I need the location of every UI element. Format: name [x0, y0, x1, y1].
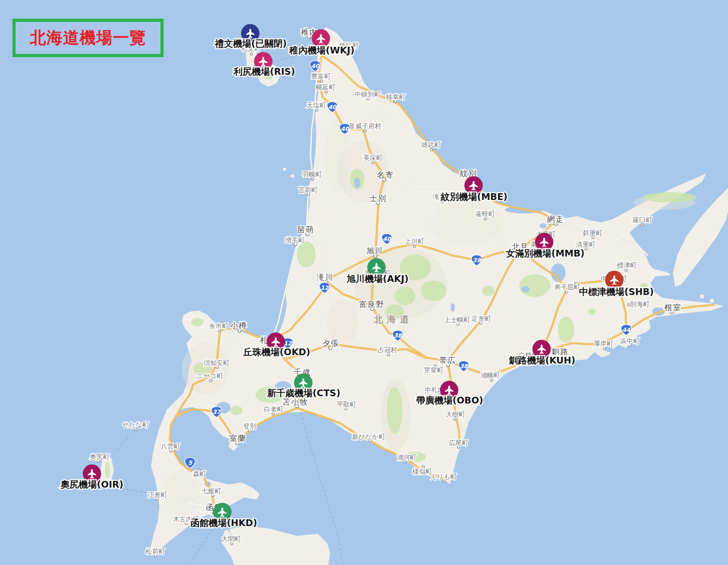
airport-label: 函館機場(HKD): [191, 518, 258, 528]
route-shield-number: 44: [622, 327, 631, 333]
town-label: 天塩町: [306, 101, 326, 109]
map-title-overlay: 北海道機場一覽: [12, 19, 164, 57]
route-shield-number: 40: [341, 126, 349, 132]
town-label: 雄武町: [421, 141, 441, 149]
town-label: 倶知安町: [204, 359, 230, 367]
lake: [451, 303, 455, 312]
hokkaido-airports-map-page: { "title": "北海道機場一覽", "map": { "region_l…: [0, 0, 728, 565]
city-label: 夕張: [322, 339, 340, 348]
town-label: 江差町: [147, 491, 167, 499]
city-label: 室蘭: [230, 434, 247, 443]
town-label: 美深町: [363, 154, 383, 162]
town-label: 新ひだか町: [352, 433, 385, 440]
route-shield-number: 37: [212, 409, 221, 415]
airport-label: 釧路機場(KUH): [508, 355, 575, 366]
route-shield-number: 38: [460, 363, 468, 370]
town-label: えりも町: [430, 473, 457, 480]
town-label: 大間町: [221, 535, 241, 543]
forest-patch: [643, 192, 697, 203]
lake: [354, 178, 360, 188]
lake: [521, 286, 530, 292]
town-label: 幌延町: [316, 83, 335, 91]
town-label: せたな町: [123, 421, 149, 428]
route-shield-number: 40: [383, 236, 392, 243]
place-dot: [454, 418, 456, 421]
forest-patch: [191, 318, 204, 326]
place-dot: [231, 543, 233, 545]
town-label: 浦河町: [397, 453, 416, 461]
place-dot: [272, 413, 275, 415]
forest-patch: [558, 317, 574, 343]
city-label: 帯広: [439, 356, 456, 365]
place-dot: [312, 178, 314, 181]
town-label: 様似町: [412, 467, 432, 475]
town-label: 八雲町: [160, 442, 180, 450]
place-dot: [249, 430, 251, 433]
town-label: 中頓別町: [355, 90, 381, 98]
place-dot: [491, 379, 493, 382]
city-label: 留萌: [298, 225, 315, 234]
place-dot: [372, 162, 374, 164]
place-dot: [625, 269, 628, 272]
town-label: 音威子府村: [349, 122, 382, 130]
town-label: 豊富町: [311, 72, 331, 80]
small-island: [283, 168, 286, 171]
city-label: 士別: [370, 194, 387, 203]
town-label: 七飯町: [201, 487, 221, 495]
airport-label: 禮文機場(已關閉): [214, 38, 287, 49]
town-label: 標津町: [616, 261, 637, 269]
forest-patch: [297, 241, 316, 267]
town-label: 羽幌町: [302, 170, 322, 178]
route-shield-number: 39: [473, 257, 481, 264]
town-label: 上士幌町: [444, 316, 470, 324]
forest-patch: [395, 287, 415, 305]
city-label: 名寄: [377, 170, 394, 180]
town-label: 羅臼町: [632, 216, 652, 224]
town-label: 枝幸町: [386, 93, 406, 101]
route-shield-number: 40: [311, 63, 320, 70]
place-dot: [430, 149, 433, 151]
forest-patch: [421, 280, 447, 301]
town-label: 森町: [193, 470, 207, 478]
town-label: 上川町: [405, 237, 424, 245]
place-dot: [219, 330, 221, 332]
forest-patch: [105, 462, 110, 478]
terrain-patch: [431, 203, 504, 244]
place-dot: [387, 354, 390, 356]
airport-label: 紋別機場(MBE): [440, 192, 508, 202]
region-label: 北海道: [374, 314, 413, 325]
town-label: 清里町: [576, 240, 596, 248]
place-dot: [320, 80, 323, 83]
hokkaido-map-svg[interactable]: 猿払村礼文町豊富町幌延町中頓別町枝幸町天塩町音威子府村雄武町美深町羽幌町苫前町増…: [0, 0, 728, 565]
town-label: 白老町: [264, 405, 284, 413]
airport-label: 稚內機場(WKJ): [289, 45, 354, 56]
airport-label: 帶廣機場(OBO): [416, 395, 483, 406]
town-label: ニセコ町: [197, 372, 223, 380]
city-label: 根室: [665, 303, 682, 312]
place-dot: [603, 347, 606, 350]
map-canvas[interactable]: 猿払村礼文町豊富町幌延町中頓別町枝幸町天塩町音威子府村雄武町美深町羽幌町苫前町増…: [0, 0, 728, 565]
small-island: [291, 174, 294, 178]
route-shield-number: 5: [188, 460, 193, 466]
town-label: 斜里町: [582, 229, 602, 237]
map-title-text: 北海道機場一覽: [30, 27, 146, 49]
lake: [540, 223, 547, 228]
town-label: 遠軽町: [475, 210, 495, 218]
town-label: 苫前町: [298, 186, 318, 194]
place-dot: [364, 130, 367, 132]
route-shield-number: 12: [320, 285, 329, 291]
place-dot: [210, 380, 212, 382]
city-label: 小樽: [230, 321, 248, 330]
town-label: 浜中町: [620, 337, 640, 345]
place-dot: [325, 91, 328, 93]
town-label: 登別: [244, 422, 257, 430]
route-shield-number: 40: [328, 104, 337, 111]
airport-label: 新千歳機場(CTS): [267, 388, 341, 398]
place-dot: [565, 291, 568, 293]
forest-patch: [387, 387, 402, 434]
city-label: 網走: [547, 214, 564, 224]
town-label: 平取町: [336, 400, 356, 408]
town-label: 占冠村: [378, 346, 397, 354]
city-label: 旭川: [367, 246, 384, 255]
forest-patch: [482, 286, 494, 296]
